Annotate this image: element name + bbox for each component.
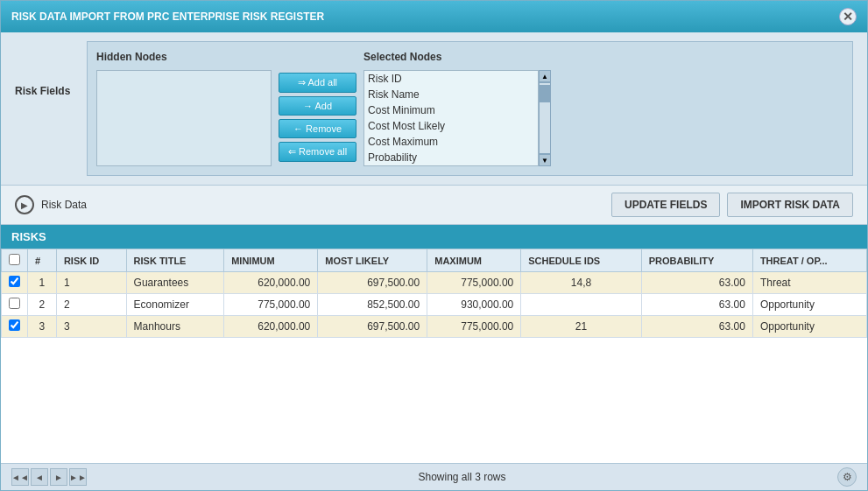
table-cell: 930,000.00 (427, 294, 521, 316)
table-cell: 775,000.00 (427, 316, 521, 338)
table-cell: Threat (752, 272, 866, 294)
table-cell: 63.00 (641, 316, 752, 338)
row-checkbox[interactable] (9, 319, 20, 331)
action-buttons: UPDATE FIELDS IMPORT RISK DATA (611, 193, 853, 217)
remove-all-button[interactable]: ⇐ Remove all (279, 142, 356, 162)
selected-node-item[interactable]: Cost Minimum (364, 102, 538, 118)
row-checkbox[interactable] (9, 298, 20, 309)
table-cell: 1 (56, 272, 126, 294)
table-cell (521, 294, 641, 316)
table-cell: Manhours (126, 316, 224, 338)
close-button[interactable]: ✕ (839, 8, 857, 25)
table-section: RISKS #RISK IDRISK TITLEMINIMUMMOST LIKE… (1, 225, 867, 463)
selected-nodes-list[interactable]: Risk IDRisk NameCost MinimumCost Most Li… (363, 70, 539, 166)
footer: ◄◄◄►►► Showing all 3 rows ⚙ (1, 463, 867, 490)
risk-data-title-group: ▶ Risk Data (15, 195, 87, 214)
selected-nodes-panel: Selected Nodes Risk IDRisk NameCost Mini… (363, 51, 551, 166)
table-cell: Opportunity (752, 294, 866, 316)
table-cell: 2 (28, 294, 57, 316)
table-cell: 1 (28, 272, 57, 294)
nodes-container: Hidden Nodes ⇒ Add all → Add ← Remove ⇐ … (87, 41, 853, 176)
table-wrapper[interactable]: #RISK IDRISK TITLEMINIMUMMOST LIKELYMAXI… (1, 249, 867, 463)
master-checkbox[interactable] (9, 254, 20, 265)
table-cell: 63.00 (641, 272, 752, 294)
col-header-minimum: MINIMUM (224, 249, 318, 272)
selected-node-item[interactable]: Risk Name (364, 87, 538, 102)
table-row: 22Economizer775,000.00852,500.00930,000.… (2, 294, 867, 316)
footer-settings-icon[interactable]: ⚙ (837, 467, 857, 487)
table-cell: 14,8 (521, 272, 641, 294)
footer-nav-btn-1[interactable]: ◄ (31, 468, 48, 486)
hidden-nodes-panel: Hidden Nodes (96, 51, 272, 166)
footer-nav-btn-0[interactable]: ◄◄ (11, 468, 29, 486)
selected-node-item[interactable]: Cost Most Likely (364, 118, 538, 134)
risk-fields-section: Risk Fields Hidden Nodes ⇒ Add all → Add… (1, 32, 867, 186)
table-cell: Opportunity (752, 316, 866, 338)
table-cell: 697,500.00 (318, 272, 427, 294)
footer-nav-btn-3[interactable]: ►► (69, 468, 87, 486)
risk-fields-label: Risk Fields (15, 85, 76, 97)
table-cell: 620,000.00 (224, 316, 318, 338)
row-checkbox-cell[interactable] (2, 316, 28, 338)
selected-node-item[interactable]: Risk ID (364, 71, 538, 87)
add-button[interactable]: → Add (279, 96, 356, 116)
col-header-risk-title: RISK TITLE (126, 249, 224, 272)
footer-nav-btn-2[interactable]: ► (50, 468, 67, 486)
table-row: 11Guarantees620,000.00697,500.00775,000.… (2, 272, 867, 294)
table-cell: Guarantees (126, 272, 224, 294)
table-header-bar: RISKS (1, 225, 867, 249)
risk-data-section: ▶ Risk Data UPDATE FIELDS IMPORT RISK DA… (1, 186, 867, 225)
table-cell: Economizer (126, 294, 224, 316)
table-cell: 775,000.00 (224, 294, 318, 316)
hidden-nodes-list[interactable] (96, 70, 272, 166)
table-row: 33Manhours620,000.00697,500.00775,000.00… (2, 316, 867, 338)
col-header-most-likely: MOST LIKELY (318, 249, 427, 272)
selected-node-item[interactable]: Cost Maximum (364, 134, 538, 150)
table-cell: 3 (28, 316, 57, 338)
row-checkbox[interactable] (9, 276, 20, 287)
col-header-maximum: MAXIMUM (427, 249, 521, 272)
footer-status: Showing all 3 rows (418, 471, 505, 483)
table-cell: 775,000.00 (427, 272, 521, 294)
col-header-probability: PROBABILITY (641, 249, 752, 272)
table-cell: 2 (56, 294, 126, 316)
dialog: RISK DATA IMPORT FROM PRC ENTERPRISE RIS… (0, 0, 868, 491)
risks-table: #RISK IDRISK TITLEMINIMUMMOST LIKELYMAXI… (1, 249, 867, 338)
table-cell: 852,500.00 (318, 294, 427, 316)
col-header-checkbox (2, 249, 28, 272)
selected-node-item[interactable]: Probability (364, 150, 538, 165)
selected-nodes-scrollbar[interactable]: ▲ ▼ (539, 70, 551, 166)
remove-button[interactable]: ← Remove (279, 119, 356, 138)
table-cell: 620,000.00 (224, 272, 318, 294)
scroll-down-arrow[interactable]: ▼ (539, 154, 551, 166)
row-checkbox-cell[interactable] (2, 294, 28, 316)
col-header-threat---op---: THREAT / OP... (752, 249, 866, 272)
scroll-thumb[interactable] (540, 85, 550, 102)
title-bar: RISK DATA IMPORT FROM PRC ENTERPRISE RIS… (1, 1, 867, 32)
play-icon: ▶ (15, 195, 34, 214)
footer-nav: ◄◄◄►►► (11, 468, 87, 486)
selected-nodes-label: Selected Nodes (363, 51, 551, 63)
update-fields-button[interactable]: UPDATE FIELDS (611, 193, 720, 217)
row-checkbox-cell[interactable] (2, 272, 28, 294)
scroll-track[interactable] (539, 82, 551, 154)
col-header-risk-id: RISK ID (56, 249, 126, 272)
dialog-title: RISK DATA IMPORT FROM PRC ENTERPRISE RIS… (11, 11, 324, 23)
add-all-button[interactable]: ⇒ Add all (279, 73, 356, 93)
col-header-schedule-ids: SCHEDULE IDS (521, 249, 641, 272)
scroll-up-arrow[interactable]: ▲ (539, 70, 551, 82)
import-risk-data-button[interactable]: IMPORT RISK DATA (727, 193, 853, 217)
table-cell: 3 (56, 316, 126, 338)
hidden-nodes-label: Hidden Nodes (96, 51, 272, 63)
table-cell: 21 (521, 316, 641, 338)
col-header--: # (28, 249, 57, 272)
table-cell: 697,500.00 (318, 316, 427, 338)
transfer-buttons: ⇒ Add all → Add ← Remove ⇐ Remove all (279, 68, 356, 166)
risk-data-title: Risk Data (41, 199, 87, 211)
table-cell: 63.00 (641, 294, 752, 316)
